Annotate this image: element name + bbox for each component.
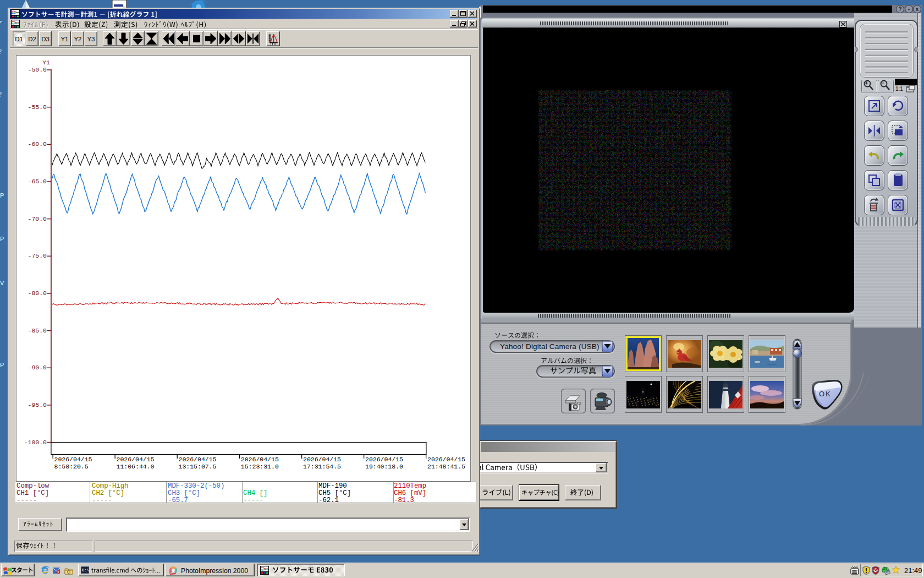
svg-text:C:\: C:\: [82, 568, 89, 572]
